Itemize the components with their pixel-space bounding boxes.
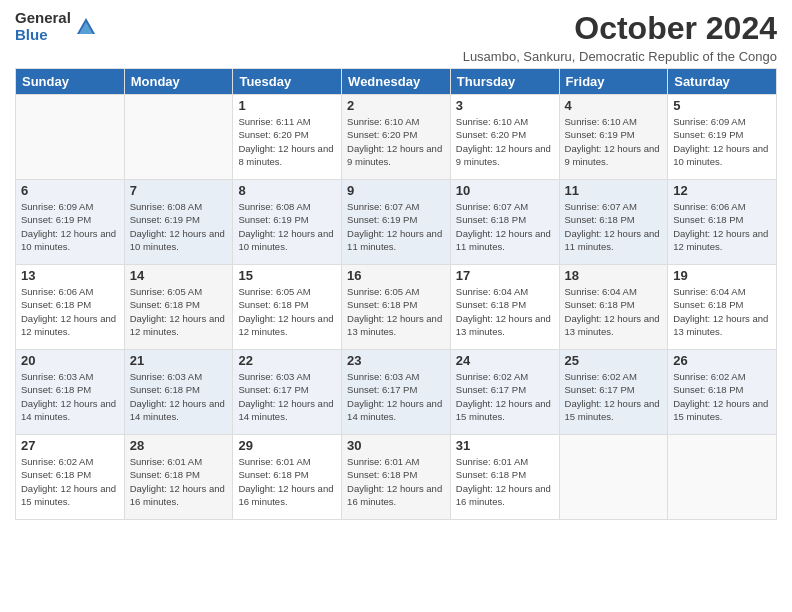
day-info: Sunrise: 6:08 AM Sunset: 6:19 PM Dayligh… [130,200,228,253]
table-row: 12Sunrise: 6:06 AM Sunset: 6:18 PM Dayli… [668,180,777,265]
day-info: Sunrise: 6:01 AM Sunset: 6:18 PM Dayligh… [347,455,445,508]
day-info: Sunrise: 6:04 AM Sunset: 6:18 PM Dayligh… [673,285,771,338]
day-info: Sunrise: 6:06 AM Sunset: 6:18 PM Dayligh… [673,200,771,253]
day-number: 27 [21,438,119,453]
day-info: Sunrise: 6:07 AM Sunset: 6:18 PM Dayligh… [456,200,554,253]
calendar-week-row: 6Sunrise: 6:09 AM Sunset: 6:19 PM Daylig… [16,180,777,265]
logo-general: General [15,10,71,27]
table-row: 15Sunrise: 6:05 AM Sunset: 6:18 PM Dayli… [233,265,342,350]
day-number: 22 [238,353,336,368]
day-number: 15 [238,268,336,283]
day-info: Sunrise: 6:05 AM Sunset: 6:18 PM Dayligh… [238,285,336,338]
table-row: 28Sunrise: 6:01 AM Sunset: 6:18 PM Dayli… [124,435,233,520]
day-number: 29 [238,438,336,453]
table-row: 30Sunrise: 6:01 AM Sunset: 6:18 PM Dayli… [342,435,451,520]
day-info: Sunrise: 6:10 AM Sunset: 6:20 PM Dayligh… [456,115,554,168]
table-row: 31Sunrise: 6:01 AM Sunset: 6:18 PM Dayli… [450,435,559,520]
day-number: 31 [456,438,554,453]
day-number: 11 [565,183,663,198]
day-info: Sunrise: 6:04 AM Sunset: 6:18 PM Dayligh… [456,285,554,338]
calendar-week-row: 20Sunrise: 6:03 AM Sunset: 6:18 PM Dayli… [16,350,777,435]
day-number: 21 [130,353,228,368]
day-number: 2 [347,98,445,113]
col-wednesday: Wednesday [342,69,451,95]
day-number: 9 [347,183,445,198]
table-row: 25Sunrise: 6:02 AM Sunset: 6:17 PM Dayli… [559,350,668,435]
table-row: 19Sunrise: 6:04 AM Sunset: 6:18 PM Dayli… [668,265,777,350]
day-info: Sunrise: 6:03 AM Sunset: 6:18 PM Dayligh… [21,370,119,423]
day-info: Sunrise: 6:02 AM Sunset: 6:17 PM Dayligh… [456,370,554,423]
table-row [559,435,668,520]
day-info: Sunrise: 6:05 AM Sunset: 6:18 PM Dayligh… [347,285,445,338]
table-row: 11Sunrise: 6:07 AM Sunset: 6:18 PM Dayli… [559,180,668,265]
day-info: Sunrise: 6:09 AM Sunset: 6:19 PM Dayligh… [673,115,771,168]
table-row: 7Sunrise: 6:08 AM Sunset: 6:19 PM Daylig… [124,180,233,265]
table-row: 17Sunrise: 6:04 AM Sunset: 6:18 PM Dayli… [450,265,559,350]
logo-blue: Blue [15,27,71,44]
table-row [124,95,233,180]
day-number: 6 [21,183,119,198]
table-row: 21Sunrise: 6:03 AM Sunset: 6:18 PM Dayli… [124,350,233,435]
calendar-page: General Blue October 2024 Lusambo, Sanku… [0,0,792,612]
col-friday: Friday [559,69,668,95]
day-number: 14 [130,268,228,283]
col-saturday: Saturday [668,69,777,95]
calendar-week-row: 13Sunrise: 6:06 AM Sunset: 6:18 PM Dayli… [16,265,777,350]
table-row: 27Sunrise: 6:02 AM Sunset: 6:18 PM Dayli… [16,435,125,520]
day-info: Sunrise: 6:01 AM Sunset: 6:18 PM Dayligh… [456,455,554,508]
table-row [16,95,125,180]
day-info: Sunrise: 6:01 AM Sunset: 6:18 PM Dayligh… [130,455,228,508]
day-info: Sunrise: 6:02 AM Sunset: 6:18 PM Dayligh… [673,370,771,423]
day-info: Sunrise: 6:11 AM Sunset: 6:20 PM Dayligh… [238,115,336,168]
table-row: 10Sunrise: 6:07 AM Sunset: 6:18 PM Dayli… [450,180,559,265]
calendar-header-row: Sunday Monday Tuesday Wednesday Thursday… [16,69,777,95]
calendar-week-row: 1Sunrise: 6:11 AM Sunset: 6:20 PM Daylig… [16,95,777,180]
day-info: Sunrise: 6:03 AM Sunset: 6:17 PM Dayligh… [347,370,445,423]
day-info: Sunrise: 6:05 AM Sunset: 6:18 PM Dayligh… [130,285,228,338]
day-number: 3 [456,98,554,113]
day-number: 20 [21,353,119,368]
day-number: 5 [673,98,771,113]
table-row: 2Sunrise: 6:10 AM Sunset: 6:20 PM Daylig… [342,95,451,180]
day-info: Sunrise: 6:02 AM Sunset: 6:17 PM Dayligh… [565,370,663,423]
location-subtitle: Lusambo, Sankuru, Democratic Republic of… [463,49,777,64]
day-number: 4 [565,98,663,113]
day-number: 1 [238,98,336,113]
day-info: Sunrise: 6:07 AM Sunset: 6:19 PM Dayligh… [347,200,445,253]
day-number: 28 [130,438,228,453]
day-info: Sunrise: 6:09 AM Sunset: 6:19 PM Dayligh… [21,200,119,253]
day-info: Sunrise: 6:03 AM Sunset: 6:17 PM Dayligh… [238,370,336,423]
day-number: 7 [130,183,228,198]
table-row: 14Sunrise: 6:05 AM Sunset: 6:18 PM Dayli… [124,265,233,350]
day-number: 24 [456,353,554,368]
day-info: Sunrise: 6:08 AM Sunset: 6:19 PM Dayligh… [238,200,336,253]
table-row: 18Sunrise: 6:04 AM Sunset: 6:18 PM Dayli… [559,265,668,350]
table-row: 3Sunrise: 6:10 AM Sunset: 6:20 PM Daylig… [450,95,559,180]
day-info: Sunrise: 6:10 AM Sunset: 6:19 PM Dayligh… [565,115,663,168]
day-number: 19 [673,268,771,283]
day-number: 12 [673,183,771,198]
table-row: 1Sunrise: 6:11 AM Sunset: 6:20 PM Daylig… [233,95,342,180]
day-info: Sunrise: 6:04 AM Sunset: 6:18 PM Dayligh… [565,285,663,338]
day-number: 8 [238,183,336,198]
table-row: 6Sunrise: 6:09 AM Sunset: 6:19 PM Daylig… [16,180,125,265]
day-number: 30 [347,438,445,453]
day-number: 16 [347,268,445,283]
month-title: October 2024 [463,10,777,47]
table-row: 16Sunrise: 6:05 AM Sunset: 6:18 PM Dayli… [342,265,451,350]
col-tuesday: Tuesday [233,69,342,95]
table-row: 5Sunrise: 6:09 AM Sunset: 6:19 PM Daylig… [668,95,777,180]
day-number: 18 [565,268,663,283]
day-info: Sunrise: 6:07 AM Sunset: 6:18 PM Dayligh… [565,200,663,253]
col-thursday: Thursday [450,69,559,95]
day-number: 17 [456,268,554,283]
calendar-week-row: 27Sunrise: 6:02 AM Sunset: 6:18 PM Dayli… [16,435,777,520]
table-row: 22Sunrise: 6:03 AM Sunset: 6:17 PM Dayli… [233,350,342,435]
day-info: Sunrise: 6:03 AM Sunset: 6:18 PM Dayligh… [130,370,228,423]
day-info: Sunrise: 6:02 AM Sunset: 6:18 PM Dayligh… [21,455,119,508]
table-row: 26Sunrise: 6:02 AM Sunset: 6:18 PM Dayli… [668,350,777,435]
col-monday: Monday [124,69,233,95]
calendar-table: Sunday Monday Tuesday Wednesday Thursday… [15,68,777,520]
day-number: 26 [673,353,771,368]
table-row: 13Sunrise: 6:06 AM Sunset: 6:18 PM Dayli… [16,265,125,350]
